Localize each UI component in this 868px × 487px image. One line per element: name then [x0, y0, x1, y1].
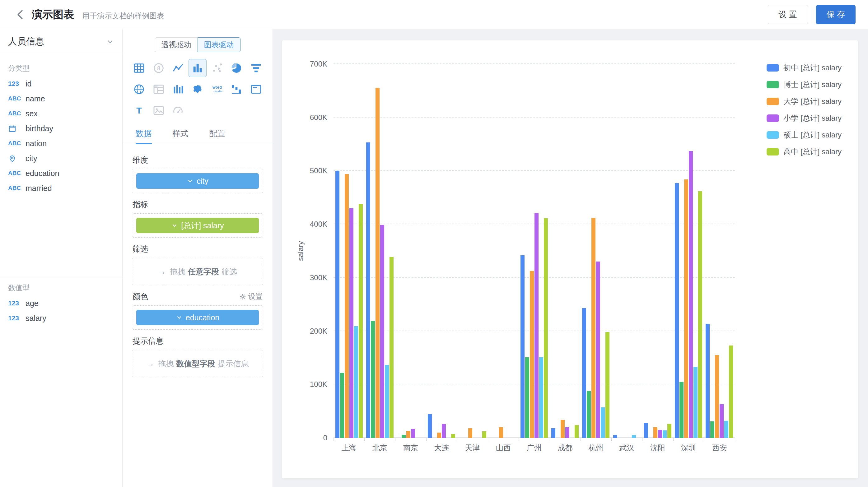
bar[interactable] — [359, 204, 363, 438]
bar[interactable] — [406, 431, 410, 438]
bar[interactable] — [720, 404, 724, 438]
bar[interactable] — [658, 430, 662, 438]
bar[interactable] — [596, 262, 600, 438]
legend-item[interactable]: 高中 [总计] salary — [767, 147, 842, 157]
bar[interactable] — [613, 435, 617, 438]
bar[interactable] — [551, 428, 555, 438]
bar[interactable] — [706, 324, 710, 438]
line-chart-icon[interactable] — [169, 59, 187, 77]
color-pill-education[interactable]: education — [136, 310, 259, 325]
config-tab-配置[interactable]: 配置 — [209, 128, 225, 144]
config-tab-样式[interactable]: 样式 — [173, 128, 189, 144]
bar[interactable] — [539, 357, 543, 438]
pie-chart-icon[interactable] — [227, 59, 245, 77]
bar[interactable] — [340, 373, 344, 438]
filter-dropzone[interactable]: → 拖拽任意字段筛选 — [132, 258, 263, 285]
bar[interactable] — [371, 321, 375, 438]
bar[interactable] — [482, 431, 486, 438]
field-item-name[interactable]: ABCname — [0, 91, 122, 106]
metric-dropzone[interactable]: [总计] salary — [132, 213, 263, 237]
bar[interactable] — [451, 434, 455, 438]
legend-item[interactable]: 硕士 [总计] salary — [767, 130, 842, 140]
bar[interactable] — [724, 421, 728, 438]
funnel-chart-icon[interactable] — [247, 59, 265, 77]
field-item-education[interactable]: ABCeducation — [0, 166, 122, 181]
bar[interactable] — [345, 174, 349, 438]
bar[interactable] — [402, 435, 406, 438]
bar[interactable] — [663, 430, 667, 438]
back-button[interactable] — [12, 6, 29, 23]
color-settings-link[interactable]: 设置 — [239, 292, 262, 301]
dimension-dropzone[interactable]: city — [132, 169, 263, 193]
bar[interactable] — [587, 391, 591, 438]
bar[interactable] — [698, 191, 702, 438]
bar[interactable] — [689, 151, 693, 438]
bar[interactable] — [575, 425, 579, 438]
bar[interactable] — [349, 208, 353, 438]
field-item-salary[interactable]: 123salary — [0, 311, 122, 326]
bar[interactable] — [582, 308, 586, 438]
waterfall-chart-icon[interactable] — [227, 80, 245, 98]
bar[interactable] — [366, 142, 370, 438]
table-chart-icon[interactable] — [130, 59, 148, 77]
tooltip-dropzone[interactable]: → 拖拽数值型字段提示信息 — [132, 350, 263, 377]
dimension-pill-city[interactable]: city — [136, 173, 259, 189]
bar[interactable] — [591, 218, 595, 438]
legend-item[interactable]: 博士 [总计] salary — [767, 79, 842, 90]
bar[interactable] — [499, 427, 503, 438]
bar[interactable] — [644, 423, 648, 438]
bar[interactable] — [684, 180, 688, 438]
bar[interactable] — [561, 420, 565, 438]
legend-item[interactable]: 小学 [总计] salary — [767, 113, 842, 123]
bar[interactable] — [521, 255, 525, 438]
mode-tab-chart-driven[interactable]: 图表驱动 — [197, 37, 241, 52]
bar[interactable] — [715, 355, 719, 438]
wordcloud-chart-icon[interactable]: wordcloudabc — [208, 80, 226, 98]
kline-chart-icon[interactable] — [169, 80, 187, 98]
bar[interactable] — [525, 357, 529, 438]
field-item-nation[interactable]: ABCnation — [0, 136, 122, 151]
mode-tab-pivot-driven[interactable]: 透视驱动 — [155, 37, 198, 52]
bar[interactable] — [534, 213, 538, 438]
save-button[interactable]: 保 存 — [816, 5, 856, 24]
color-dropzone[interactable]: education — [132, 305, 263, 330]
dataset-selector[interactable]: 人员信息 — [0, 29, 122, 54]
bar[interactable] — [442, 424, 446, 438]
bar[interactable] — [380, 225, 384, 438]
bar[interactable] — [375, 88, 379, 438]
bar[interactable] — [679, 382, 683, 438]
bar[interactable] — [437, 432, 441, 438]
map-chart-icon[interactable] — [189, 80, 207, 98]
bar[interactable] — [468, 428, 472, 438]
config-tab-数据[interactable]: 数据 — [136, 128, 152, 144]
bar-chart-icon[interactable] — [189, 59, 207, 77]
bar[interactable] — [601, 408, 605, 438]
legend-item[interactable]: 初中 [总计] salary — [767, 63, 842, 73]
field-item-sex[interactable]: ABCsex — [0, 106, 122, 121]
bar[interactable] — [385, 365, 389, 438]
bar[interactable] — [390, 257, 394, 438]
field-item-married[interactable]: ABCmarried — [0, 181, 122, 196]
bar[interactable] — [693, 367, 698, 438]
field-item-age[interactable]: 123age — [0, 296, 122, 311]
legend-item[interactable]: 大学 [总计] salary — [767, 96, 842, 106]
bar[interactable] — [632, 435, 636, 438]
bar[interactable] — [675, 183, 679, 438]
bar[interactable] — [710, 421, 714, 438]
bar[interactable] — [729, 346, 733, 438]
settings-button[interactable]: 设 置 — [768, 5, 808, 24]
bar[interactable] — [411, 429, 415, 438]
bar[interactable] — [565, 427, 569, 438]
bar[interactable] — [544, 218, 548, 438]
bar[interactable] — [428, 414, 432, 438]
bar[interactable] — [667, 424, 671, 438]
field-item-birthday[interactable]: birthday — [0, 121, 122, 136]
field-item-id[interactable]: 123id — [0, 76, 122, 91]
bar[interactable] — [653, 427, 657, 438]
bar[interactable] — [354, 326, 358, 438]
text-icon[interactable]: T — [130, 101, 148, 120]
bar[interactable] — [335, 171, 339, 438]
frame-icon[interactable] — [247, 80, 265, 98]
bar[interactable] — [530, 271, 534, 438]
field-item-city[interactable]: city — [0, 151, 122, 166]
